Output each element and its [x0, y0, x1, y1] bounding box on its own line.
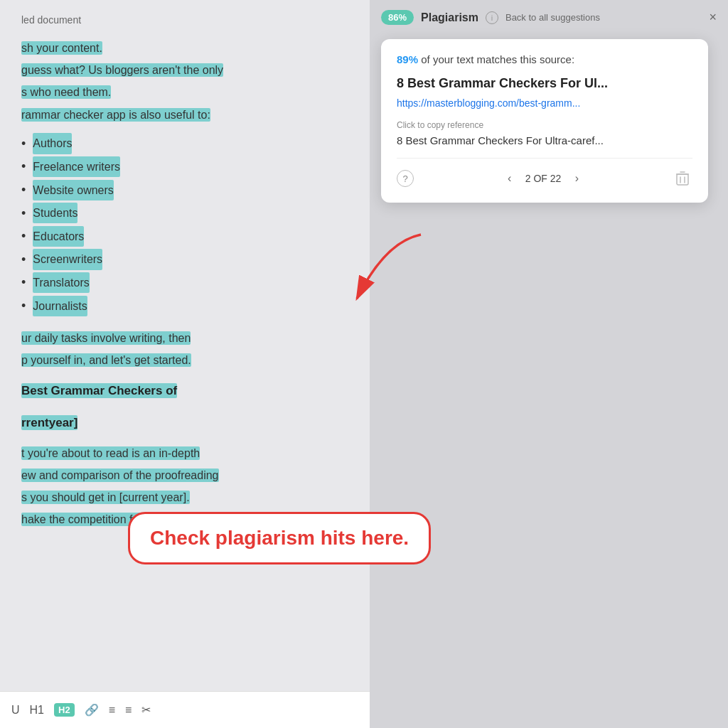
- top-bar: 86% Plagiarism i Back to all suggestions…: [381, 10, 717, 25]
- highlighted-text: guess what? Us bloggers aren't the only: [21, 63, 223, 77]
- bottom-toolbar: U H1 H2 🔗 ≡ ≡ ✂: [0, 691, 370, 728]
- document-area: led document sh your content. guess what…: [0, 0, 370, 728]
- svg-rect-0: [677, 174, 688, 185]
- back-to-suggestions-link[interactable]: Back to all suggestions: [505, 12, 600, 23]
- link-icon[interactable]: 🔗: [85, 703, 99, 717]
- list-item-educators: Educators: [21, 225, 348, 247]
- list-item-translators: Translators: [21, 272, 348, 294]
- h1-icon[interactable]: H1: [30, 704, 44, 717]
- percent-value: 89%: [397, 53, 418, 65]
- indent-icon[interactable]: ≡: [125, 704, 132, 717]
- right-panel: 86% Plagiarism i Back to all suggestions…: [370, 0, 728, 728]
- prev-arrow[interactable]: ‹: [501, 170, 518, 187]
- plagiarism-card: 89% of your text matches this source: 8 …: [381, 39, 708, 203]
- info-icon[interactable]: i: [486, 11, 498, 24]
- source-title: 8 Best Grammar Checkers For Ul...: [397, 75, 692, 92]
- source-url-link[interactable]: https://masterblogging.com/best-gramm...: [397, 97, 692, 109]
- list-icon[interactable]: ≡: [109, 704, 115, 717]
- h2-icon-active[interactable]: H2: [54, 703, 75, 717]
- doc-line-2: guess what? Us bloggers aren't the only: [21, 60, 348, 80]
- panel-title: Plagiarism: [421, 11, 478, 24]
- doc-footer: ur daily tasks involve writing, then p y…: [21, 328, 348, 530]
- nav-controls: ‹ 2 OF 22 ›: [501, 170, 586, 187]
- list-item-journalists: Journalists: [21, 295, 348, 317]
- doc-line-1: sh your content.: [21, 38, 348, 58]
- list-item-students: Students: [21, 203, 348, 225]
- callout-box: Check plagiarism hits here.: [128, 512, 431, 564]
- help-icon[interactable]: ?: [397, 170, 414, 187]
- underline-icon[interactable]: U: [11, 704, 20, 717]
- nav-current: 2: [525, 173, 531, 184]
- highlighted-text: s who need them.: [21, 85, 111, 99]
- reference-text[interactable]: 8 Best Grammar Checkers For Ultra-caref.…: [397, 134, 692, 146]
- nav-total: 22: [550, 173, 562, 184]
- list-item-authors: Authors: [21, 133, 348, 155]
- doc-line-4: rammar checker app is also useful to:: [21, 105, 348, 124]
- delete-icon[interactable]: [673, 168, 692, 188]
- doc-line-3: s who need them.: [21, 82, 348, 102]
- callout-text: Check plagiarism hits here.: [150, 527, 409, 549]
- close-icon[interactable]: ×: [709, 10, 717, 25]
- list-item-freelance: Freelance writers: [21, 156, 348, 178]
- list-item-website: Website owners: [21, 179, 348, 201]
- doc-header: led document: [21, 14, 348, 26]
- card-footer: ? ‹ 2 OF 22 ›: [397, 158, 692, 188]
- highlighted-text: sh your content.: [21, 41, 102, 55]
- nav-separator: OF: [533, 173, 550, 184]
- next-arrow[interactable]: ›: [568, 170, 585, 187]
- plagiarism-badge: 86%: [381, 10, 414, 25]
- copy-reference-label: Click to copy reference: [397, 120, 692, 130]
- match-description: of your text matches this source:: [421, 53, 574, 65]
- list-item-screenwriters: Screenwriters: [21, 249, 348, 271]
- nav-count: 2 OF 22: [525, 173, 562, 184]
- highlighted-text: rammar checker app is also useful to:: [21, 108, 210, 122]
- match-percent-text: 89% of your text matches this source:: [397, 53, 692, 65]
- cut-icon[interactable]: ✂: [141, 703, 151, 717]
- doc-content: sh your content. guess what? Us bloggers…: [21, 38, 348, 529]
